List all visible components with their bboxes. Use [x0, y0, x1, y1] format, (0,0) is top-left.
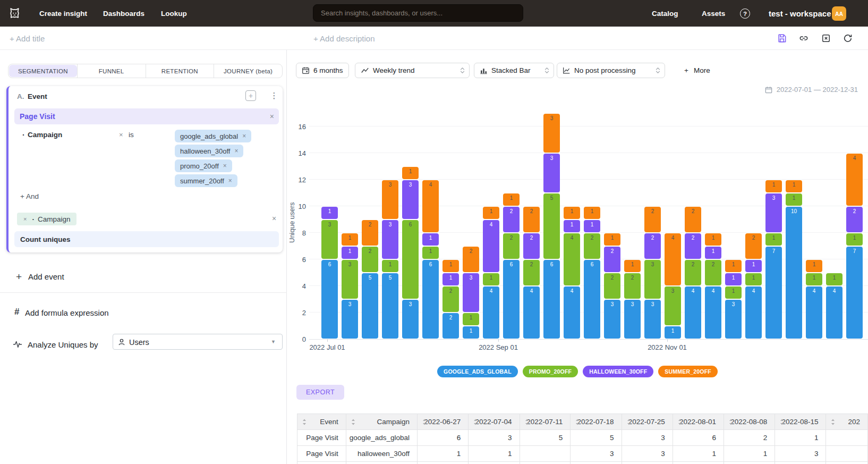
legend-pill[interactable]: PROMO_20OFF: [523, 366, 578, 377]
bar-segment[interactable]: 3: [321, 220, 338, 259]
analyze-by-dropdown[interactable]: Users ▼: [113, 334, 283, 350]
bar-segment[interactable]: 5: [362, 273, 378, 339]
bar-segment[interactable]: 1: [422, 233, 439, 246]
bar-segment[interactable]: 4: [846, 154, 863, 206]
close-square-icon[interactable]: [821, 33, 831, 44]
bar-segment[interactable]: 4: [806, 286, 822, 339]
column-header[interactable]: 2022-08-15: [775, 414, 826, 430]
kebab-menu-icon[interactable]: ⋮: [270, 90, 278, 101]
remove-event-icon[interactable]: ×: [270, 112, 274, 121]
bar-segment[interactable]: 3: [342, 260, 358, 299]
bar-segment[interactable]: 7: [846, 247, 863, 339]
app-logo-cat-icon[interactable]: [7, 6, 22, 22]
bar-segment[interactable]: 4: [564, 286, 580, 339]
column-header[interactable]: Event: [297, 414, 346, 430]
bar-segment[interactable]: 1: [745, 260, 762, 272]
bar-segment[interactable]: 3: [342, 300, 358, 339]
bar-segment[interactable]: 1: [705, 233, 721, 246]
add-event-plus-icon[interactable]: +: [16, 271, 22, 283]
avatar[interactable]: AA: [832, 6, 846, 21]
bar-segment[interactable]: 2: [523, 260, 540, 285]
bar-segment[interactable]: 3: [765, 193, 782, 232]
bar-segment[interactable]: 4: [685, 286, 701, 339]
breakdown-chip[interactable]: × · Campaign: [17, 213, 76, 225]
bar-segment[interactable]: 1: [765, 180, 782, 192]
bar-segment[interactable]: 1: [846, 233, 863, 246]
bar-segment[interactable]: 1: [342, 247, 358, 259]
bar-segment[interactable]: 5: [382, 273, 398, 339]
bar-segment[interactable]: 1: [624, 260, 641, 272]
bar-segment[interactable]: 3: [402, 300, 419, 339]
bar-segment[interactable]: 6: [503, 260, 520, 339]
add-and-condition[interactable]: + And: [20, 192, 39, 200]
filter-property[interactable]: Campaign: [28, 131, 62, 139]
bar-segment[interactable]: 2: [685, 207, 701, 232]
help-icon[interactable]: ?: [740, 9, 750, 19]
remove-filter-icon[interactable]: ×: [119, 131, 123, 139]
nav-assets[interactable]: Assets: [702, 0, 725, 27]
tab-funnel[interactable]: FUNNEL: [77, 64, 146, 78]
column-header[interactable]: 2022-08-08: [724, 414, 775, 430]
add-event-button[interactable]: Add event: [28, 272, 64, 281]
bar-segment[interactable]: 1: [442, 273, 459, 285]
bar-segment[interactable]: 6: [402, 220, 419, 299]
column-header[interactable]: 2022-07-11: [520, 414, 571, 430]
bar-segment[interactable]: 3: [402, 180, 419, 219]
bar-segment[interactable]: 1: [725, 260, 742, 272]
bar-segment[interactable]: 2: [705, 260, 721, 285]
bar-segment[interactable]: 1: [584, 207, 600, 219]
bar-segment[interactable]: 3: [604, 300, 620, 339]
bar-segment[interactable]: 1: [402, 167, 419, 179]
bar-segment[interactable]: 1: [503, 193, 520, 206]
tab-segmentation[interactable]: SEGMENTATION: [9, 65, 77, 77]
refresh-icon[interactable]: [843, 33, 853, 44]
tab-journey[interactable]: JOURNEY (beta): [214, 64, 282, 78]
bar-segment[interactable]: 1: [442, 260, 459, 272]
bar-segment[interactable]: 1: [483, 273, 499, 285]
bar-segment[interactable]: 2: [604, 273, 620, 299]
bar-segment[interactable]: 3: [543, 154, 560, 192]
bar-segment[interactable]: 6: [543, 260, 560, 339]
workspace-menu[interactable]: test - workspace: [769, 0, 831, 27]
column-header[interactable]: Campaign: [346, 414, 417, 430]
column-header[interactable]: 2022-07-04: [469, 414, 520, 430]
bar-segment[interactable]: 6: [584, 260, 600, 339]
bar-segment[interactable]: 6: [321, 260, 338, 339]
bar-segment[interactable]: 2: [624, 273, 641, 299]
bar-segment[interactable]: 1: [806, 273, 822, 285]
bar-segment[interactable]: 6: [422, 260, 439, 339]
bar-segment[interactable]: 1: [745, 273, 762, 285]
bar-segment[interactable]: 3: [644, 300, 661, 339]
bar-segment[interactable]: 4: [665, 233, 681, 285]
bar-segment[interactable]: 1: [786, 180, 802, 192]
save-icon[interactable]: [777, 33, 787, 44]
filter-value-chip[interactable]: halloween_30off×: [175, 145, 243, 157]
column-header[interactable]: 202: [826, 414, 868, 430]
chip-remove-icon[interactable]: ×: [228, 177, 232, 184]
column-header[interactable]: 2022-06-27: [418, 414, 469, 430]
bar-segment[interactable]: 1: [826, 273, 843, 285]
filter-value-chip[interactable]: promo_20off×: [175, 159, 232, 172]
bar-segment[interactable]: 4: [564, 233, 580, 285]
bar-segment[interactable]: 3: [725, 300, 742, 339]
bar-segment[interactable]: 4: [483, 220, 499, 272]
tab-retention[interactable]: RETENTION: [146, 64, 215, 78]
chip-remove-icon[interactable]: ×: [223, 162, 227, 170]
bar-segment[interactable]: 2: [584, 233, 600, 259]
bar-segment[interactable]: 2: [362, 247, 378, 272]
bar-segment[interactable]: 3: [463, 273, 479, 312]
nav-create-insight[interactable]: Create insight: [39, 0, 87, 27]
bar-segment[interactable]: 7: [765, 247, 782, 339]
bar-segment[interactable]: 2: [604, 247, 620, 272]
bar-segment[interactable]: 4: [483, 286, 499, 339]
search-input[interactable]: [313, 4, 523, 22]
column-header[interactable]: 2022-08-01: [673, 414, 724, 430]
bar-segment[interactable]: 3: [665, 286, 681, 325]
bar-segment[interactable]: 1: [321, 207, 338, 219]
bar-segment[interactable]: 3: [382, 180, 398, 219]
bar-segment[interactable]: 2: [442, 313, 459, 339]
bar-segment[interactable]: 2: [523, 207, 540, 232]
remove-breakdown-icon[interactable]: ×: [23, 216, 27, 222]
bar-segment[interactable]: 2: [644, 233, 661, 259]
bar-segment[interactable]: 10: [786, 207, 802, 339]
